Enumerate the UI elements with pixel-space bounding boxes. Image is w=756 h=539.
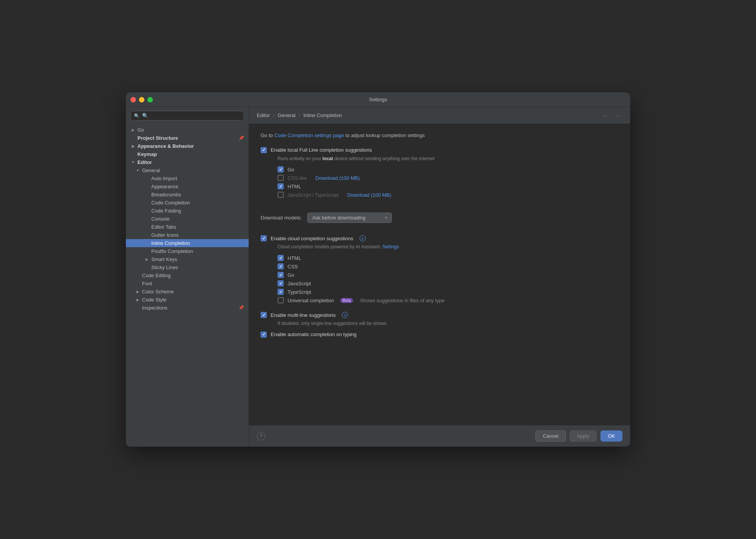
chevron-icon (144, 192, 150, 198)
sidebar-item-inline-completion[interactable]: Inline Completion (126, 239, 249, 247)
sidebar-item-label: Keymap (137, 151, 157, 157)
fl-html-checkbox[interactable]: ✓ (278, 183, 284, 189)
sidebar-item-inspections[interactable]: Inspections 📌 (126, 304, 249, 312)
cl-html-label: HTML (288, 255, 301, 261)
apply-button[interactable]: Apply (570, 430, 597, 442)
sidebar-item-smart-keys[interactable]: ▶ Smart Keys (126, 255, 249, 263)
chevron-icon: ▶ (130, 127, 136, 133)
sidebar-item-code-style[interactable]: ▶ Code Style (126, 296, 249, 304)
cl-universal-checkbox[interactable] (278, 297, 284, 303)
check-icon: ✓ (262, 313, 266, 318)
sidebar-item-go[interactable]: ▶ Go (126, 126, 249, 134)
full-line-checkbox[interactable]: ✓ (261, 147, 267, 153)
sidebar-item-gutter-icons[interactable]: Gutter Icons (126, 231, 249, 239)
sidebar-item-label: Appearance (151, 184, 178, 189)
cl-html-checkbox[interactable]: ✓ (278, 255, 284, 261)
chevron-icon (144, 233, 150, 238)
sidebar-item-label: Sticky Lines (151, 264, 178, 270)
pin-icon: 📌 (239, 136, 244, 141)
check-icon: ✓ (279, 184, 283, 189)
code-completion-link[interactable]: Code Completion settings page (274, 132, 344, 138)
cl-js-checkbox[interactable]: ✓ (278, 280, 284, 286)
download-models-row: Download models: Ask before downloading … (261, 213, 619, 223)
full-line-sublabel: Runs entirely on your local device witho… (278, 156, 619, 162)
sidebar-item-editor-tabs[interactable]: Editor Tabs (126, 223, 249, 231)
sidebar-item-auto-import[interactable]: Auto Import (126, 174, 249, 182)
download-models-label: Download models: (261, 215, 302, 221)
sidebar-item-label: Inspections (142, 305, 167, 311)
search-input[interactable] (142, 113, 241, 119)
fl-js-row: JavaScript / TypeScript Download (100 MB… (278, 192, 619, 198)
maximize-button[interactable] (147, 97, 153, 102)
cl-html-row: ✓ HTML (278, 255, 619, 261)
multiline-checkbox[interactable]: ✓ (261, 312, 267, 318)
fl-js-checkbox[interactable] (278, 192, 284, 198)
sidebar-item-code-completion[interactable]: Code Completion (126, 199, 249, 207)
nav-forward-button[interactable]: → (613, 111, 622, 120)
cl-css-checkbox[interactable]: ✓ (278, 263, 284, 270)
pin-icon: 📌 (239, 305, 244, 310)
chevron-icon: ▼ (135, 168, 140, 173)
chevron-icon (135, 273, 140, 278)
cl-universal-row: Universal completion Beta Shows suggesti… (278, 297, 619, 303)
cloud-row: ✓ Enable cloud completion suggestions (261, 235, 619, 241)
breadcrumb-general: General (278, 112, 295, 118)
auto-complete-label: Enable automatic completion on typing (271, 331, 356, 337)
sidebar-item-label: Appearance & Behavior (137, 143, 194, 149)
download-models-select[interactable]: Ask before downloading Always download N… (307, 213, 392, 223)
sidebar-item-code-editing[interactable]: Code Editing (126, 271, 249, 280)
sidebar-item-label: Code Editing (142, 273, 171, 278)
cl-go-checkbox[interactable]: ✓ (278, 272, 284, 278)
sidebar-item-label: Font (142, 281, 152, 286)
chevron-icon: ▼ (130, 160, 136, 165)
breadcrumb: Editor › General › Inline Completion (257, 112, 342, 118)
check-icon: ✓ (262, 236, 266, 241)
settings-window: Settings 🔍 ▶ Go Project Structure 📌 (126, 92, 630, 447)
sidebar-item-code-folding[interactable]: Code Folding (126, 207, 249, 215)
check-icon: ✓ (279, 256, 283, 261)
footer-right: Cancel Apply OK (535, 430, 622, 442)
sidebar-item-general[interactable]: ▼ General (126, 166, 249, 174)
fl-go-checkbox[interactable]: ✓ (278, 166, 284, 172)
sidebar-item-editor[interactable]: ▼ Editor (126, 158, 249, 166)
sidebar-item-label: Go (137, 127, 144, 133)
sidebar-item-breadcrumbs[interactable]: Breadcrumbs (126, 191, 249, 199)
sidebar-item-appearance-behavior[interactable]: ▶ Appearance & Behavior (126, 142, 249, 150)
minimize-button[interactable] (139, 97, 144, 102)
nav-back-button[interactable]: ← (601, 111, 610, 120)
sidebar-item-console[interactable]: Console (126, 215, 249, 223)
ok-button[interactable]: OK (600, 430, 622, 442)
sidebar-item-label: Project Structure (137, 135, 178, 141)
sidebar-item-sticky-lines[interactable]: Sticky Lines (126, 263, 249, 271)
fl-js-download-link[interactable]: Download (100 MB) (347, 192, 391, 198)
cancel-button[interactable]: Cancel (535, 430, 565, 442)
cloud-settings-link[interactable]: Settings (382, 244, 399, 249)
auto-complete-checkbox[interactable]: ✓ (261, 331, 267, 338)
chevron-icon (144, 224, 150, 230)
cloud-sublabel: Cloud completion models powered by AI As… (278, 244, 619, 250)
chevron-icon (144, 216, 150, 222)
chevron-icon: ▶ (144, 257, 150, 262)
search-box[interactable]: 🔍 (130, 111, 244, 121)
sidebar-item-font[interactable]: Font (126, 280, 249, 288)
sidebar-item-keymap[interactable]: Keymap (126, 150, 249, 158)
sidebar-item-color-scheme[interactable]: ▶ Color Scheme (126, 288, 249, 296)
sidebar-item-label: Console (151, 216, 170, 222)
sidebar-item-project-structure[interactable]: Project Structure 📌 (126, 134, 249, 142)
sidebar-item-label: General (142, 167, 160, 173)
cl-ts-checkbox[interactable]: ✓ (278, 289, 284, 295)
cloud-checkbox[interactable]: ✓ (261, 235, 267, 241)
chevron-icon: ▶ (135, 297, 140, 303)
check-icon: ✓ (279, 264, 283, 269)
search-icon: 🔍 (134, 113, 140, 119)
breadcrumb-inline-completion: Inline Completion (303, 112, 342, 118)
close-button[interactable] (130, 97, 136, 102)
fl-css-checkbox[interactable] (278, 175, 284, 181)
sidebar-item-postfix-completion[interactable]: Postfix Completion (126, 247, 249, 255)
fl-css-download-link[interactable]: Download (100 MB) (316, 175, 360, 181)
sidebar-item-label: Postfix Completion (151, 248, 193, 254)
chevron-icon (144, 241, 150, 246)
help-button[interactable]: ? (257, 432, 265, 440)
check-icon: ✓ (279, 273, 283, 278)
sidebar-item-appearance[interactable]: Appearance (126, 182, 249, 191)
